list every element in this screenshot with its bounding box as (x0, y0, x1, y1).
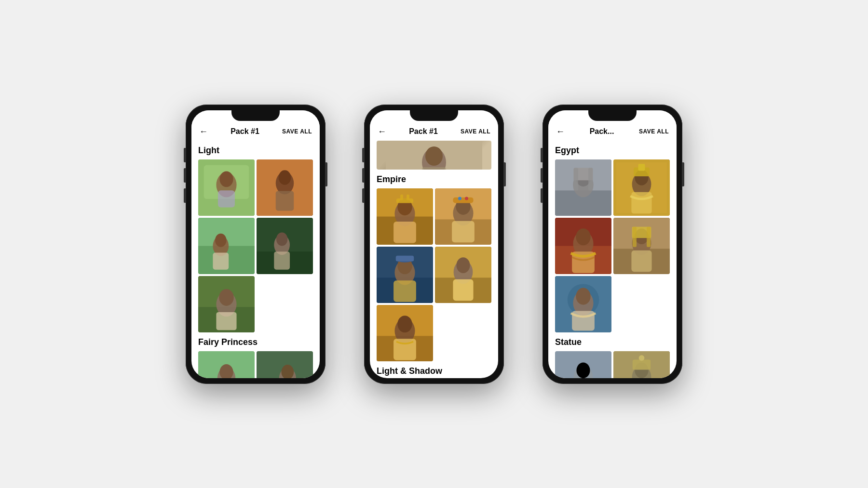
statue-grid (555, 351, 670, 378)
svg-rect-96 (633, 226, 637, 247)
section-title-statue: Statue (555, 337, 670, 347)
svg-point-22 (219, 289, 233, 305)
svg-rect-60 (396, 255, 414, 261)
image-cell[interactable] (198, 276, 255, 332)
section-title-light: Light (198, 145, 313, 156)
image-cell[interactable] (435, 247, 491, 303)
image-cell[interactable] (198, 159, 255, 216)
image-cell[interactable] (435, 188, 491, 245)
svg-rect-82 (631, 192, 651, 213)
image-cell[interactable] (377, 188, 433, 245)
svg-rect-97 (647, 226, 651, 247)
svg-rect-18 (274, 251, 290, 269)
image-cell[interactable] (555, 276, 611, 332)
image-cell[interactable] (613, 351, 670, 378)
svg-rect-58 (393, 280, 416, 302)
egypt-single (555, 276, 670, 332)
svg-point-36 (425, 146, 443, 166)
svg-rect-13 (213, 252, 229, 269)
svg-rect-77 (588, 168, 593, 190)
svg-point-7 (279, 170, 291, 185)
save-all-button-2[interactable]: SAVE ALL (461, 128, 490, 135)
svg-point-17 (276, 232, 287, 246)
section-title-fairy: Fairy Princess (198, 337, 313, 347)
image-cell[interactable] (377, 247, 433, 303)
svg-point-53 (465, 197, 468, 200)
section-title-empire: Empire (377, 174, 491, 185)
svg-rect-94 (631, 250, 651, 271)
notch-3 (588, 110, 637, 121)
back-button-2[interactable]: ← (378, 127, 386, 137)
image-cell[interactable] (198, 218, 255, 274)
header-title-2: Pack #1 (409, 127, 438, 136)
image-cell[interactable] (257, 351, 313, 378)
svg-point-114 (639, 355, 645, 361)
phone-1-content: Light (191, 141, 320, 378)
svg-rect-44 (400, 194, 403, 200)
svg-point-12 (215, 233, 226, 247)
header-title-3: Pack... (590, 127, 614, 136)
fairy-grid (198, 351, 313, 378)
header-title-1: Pack #1 (231, 127, 259, 136)
svg-rect-113 (633, 359, 651, 369)
image-cell[interactable] (377, 305, 433, 361)
phone-3-screen: ← Pack... SAVE ALL Egypt (548, 110, 677, 378)
svg-rect-37 (422, 167, 446, 170)
svg-point-106 (576, 362, 590, 378)
section-title-egypt: Egypt (555, 145, 670, 156)
svg-rect-8 (276, 191, 294, 211)
svg-point-52 (458, 197, 461, 200)
svg-rect-4 (218, 190, 235, 207)
back-button-3[interactable]: ← (556, 127, 565, 137)
svg-rect-65 (453, 279, 473, 300)
phone-2-screen: ← Pack #1 SAVE ALL (370, 110, 498, 378)
svg-point-64 (456, 257, 470, 273)
egypt-grid (555, 159, 670, 274)
svg-rect-76 (574, 168, 578, 190)
svg-rect-84 (638, 164, 645, 171)
section-title-light-shadow: Light & Shadow (377, 366, 491, 376)
svg-rect-51 (453, 197, 473, 203)
notch-2 (410, 110, 458, 121)
svg-point-88 (576, 228, 590, 245)
image-cell[interactable] (613, 218, 670, 274)
empire-single (377, 305, 491, 361)
phone-1: ← Pack #1 SAVE ALL Light (186, 105, 326, 384)
save-all-button-3[interactable]: SAVE ALL (639, 128, 669, 135)
phone-1-screen: ← Pack #1 SAVE ALL Light (191, 110, 320, 378)
phone-2: ← Pack #1 SAVE ALL (364, 105, 504, 384)
light-grid (198, 159, 313, 274)
svg-rect-45 (407, 194, 409, 200)
svg-point-101 (576, 288, 590, 304)
image-cell[interactable] (198, 351, 255, 378)
save-all-button-1[interactable]: SAVE ALL (282, 128, 312, 135)
image-cell[interactable] (555, 351, 611, 378)
svg-rect-50 (452, 221, 475, 242)
empire-top-image[interactable] (377, 141, 491, 170)
svg-rect-42 (393, 222, 416, 243)
phone-3: ← Pack... SAVE ALL Egypt (542, 105, 682, 384)
empire-grid (377, 188, 491, 303)
svg-point-3 (219, 171, 233, 187)
image-cell[interactable] (555, 159, 611, 216)
image-cell[interactable] (555, 218, 611, 274)
image-cell[interactable] (257, 218, 313, 274)
image-cell[interactable] (613, 159, 670, 216)
phone-3-content: Egypt (548, 141, 677, 378)
light-grid-single (198, 276, 313, 332)
svg-point-69 (397, 316, 412, 332)
notch-1 (231, 110, 280, 121)
svg-rect-43 (396, 198, 413, 203)
phones-container: ← Pack #1 SAVE ALL Light (0, 0, 868, 488)
back-button-1[interactable]: ← (199, 127, 208, 137)
phone-2-content: Empire (370, 141, 498, 378)
image-cell[interactable] (257, 159, 313, 216)
svg-rect-102 (572, 311, 595, 330)
svg-rect-23 (216, 312, 236, 330)
